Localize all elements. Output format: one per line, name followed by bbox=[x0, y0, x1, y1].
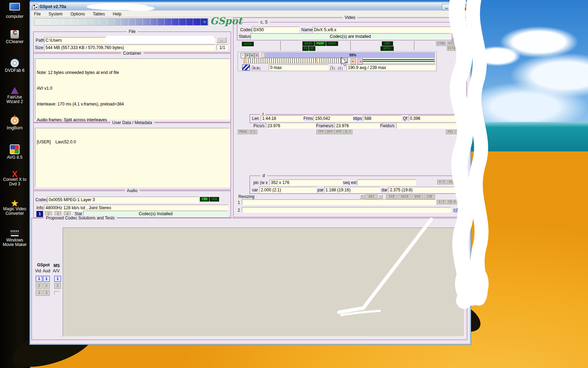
video-status-field: Codec(s) are Installed bbox=[251, 33, 450, 40]
kbps-label: kbps bbox=[353, 116, 362, 121]
menu-file[interactable]: File bbox=[31, 11, 44, 16]
maximize-button[interactable]: ❐ bbox=[451, 4, 460, 10]
resize-row2-field[interactable] bbox=[242, 207, 451, 213]
gspot-vid-test-1[interactable]: 1 bbox=[36, 276, 42, 282]
seqext-field bbox=[357, 179, 416, 185]
menu-system[interactable]: System bbox=[46, 11, 66, 16]
container-line: AVI v1.0 bbox=[37, 86, 228, 91]
dar-label: dar bbox=[382, 188, 387, 192]
resizing-label: Resizing bbox=[238, 194, 254, 199]
pal-badge: PAL bbox=[446, 130, 455, 134]
desktop-icon-label: FairUse Wizard 2 bbox=[1, 95, 28, 104]
vid-label: Vid bbox=[35, 268, 41, 273]
ms-col-label: MS bbox=[54, 263, 60, 268]
userdata-box: [USER] Lavc52.0.0 bbox=[35, 128, 230, 187]
menu-bar: File System Options Tables Help bbox=[31, 11, 470, 17]
title-bar[interactable]: GSpot v2.70a bbox=[31, 3, 470, 11]
container-line: Note: 12 bytes unneeded bytes at end of … bbox=[37, 70, 228, 75]
close-button[interactable]: ✕ bbox=[460, 4, 469, 10]
minimize-button[interactable]: ▁ bbox=[442, 4, 451, 10]
frms-field: 150,042 bbox=[314, 115, 354, 121]
video-status-label: Status bbox=[239, 34, 251, 39]
resize-row1-field[interactable] bbox=[242, 199, 436, 205]
resize-plus-button[interactable]: + bbox=[360, 195, 364, 199]
userdata-group: User Data / Metadata [USER] Lavc52.0.0 bbox=[33, 123, 231, 190]
video-codec-label: Codec bbox=[240, 27, 252, 32]
container-group-title: Container bbox=[121, 51, 143, 56]
disc-icon bbox=[10, 59, 19, 67]
progress-start-segment bbox=[262, 53, 264, 57]
pic-field: 352 x 176 bbox=[270, 179, 342, 185]
frames-field: 23.976 bbox=[335, 123, 380, 129]
computer-icon bbox=[9, 3, 20, 11]
wizard-hat-icon bbox=[11, 87, 19, 94]
video-codec-field: DX50 bbox=[252, 27, 299, 33]
gradient-banner bbox=[34, 18, 208, 26]
burn-disc-icon bbox=[10, 116, 19, 125]
b2-badge: B:2 bbox=[344, 130, 352, 134]
bff-badge: BFF bbox=[326, 130, 334, 134]
desktop-icon-computer[interactable]: computer bbox=[1, 3, 28, 19]
frames-label: Frames/s bbox=[316, 123, 334, 128]
desktop-icon-ccleaner[interactable]: C CCleaner bbox=[1, 30, 28, 44]
gspot-vid-test-2[interactable]: 2 bbox=[36, 283, 42, 289]
colorimetry-badge: S170 bbox=[447, 46, 456, 51]
gspot-window: GSpot v2.70a ▁ ❐ ✕ File System Options T… bbox=[30, 2, 471, 345]
video-cs-group: c, S Codec DX50 Name DivX 5.x/6.x Status… bbox=[237, 22, 453, 40]
dar-field: 2.375 (19:8) bbox=[388, 187, 466, 193]
fields-label: Fields/s bbox=[380, 123, 394, 128]
b-frame-marks: |B|B| bbox=[251, 67, 261, 70]
colorimetry-badge: I470 bbox=[456, 41, 466, 46]
audio-stat-1[interactable]: 1 bbox=[36, 211, 43, 217]
desktop-icon-label: Magic Video Converter bbox=[1, 207, 28, 216]
sar-label: sar bbox=[252, 188, 258, 192]
info-link[interactable]: info bbox=[453, 207, 460, 212]
ms-av-test-2[interactable]: 2 bbox=[54, 283, 61, 289]
desktop-icon-fairuse[interactable]: FairUse Wizard 2 bbox=[1, 87, 28, 104]
gspot-aud-test-3[interactable]: 3 bbox=[43, 290, 50, 296]
qf-badge: QF bbox=[309, 46, 315, 51]
desktop-icon-imgburn[interactable]: ImgBurn bbox=[1, 116, 28, 130]
desktop-icon-magicvideo[interactable]: ★ Magic Video Converter bbox=[1, 201, 28, 216]
container-line: Interleave: 170 ms (4.1 v.frames), prelo… bbox=[37, 102, 228, 107]
mpg4-badge: MPG4 bbox=[453, 30, 466, 35]
vcd-badge: VCD bbox=[386, 195, 397, 199]
sframe-key: S bbox=[254, 53, 259, 58]
i-avg-field: 190.9 avg / 239 max bbox=[346, 64, 435, 70]
gspot-vid-test-3[interactable]: 3 bbox=[36, 290, 42, 296]
file-pager[interactable]: 1/1 bbox=[217, 45, 228, 50]
browse-button[interactable]: ... bbox=[217, 37, 226, 43]
cs-group-title: c, S bbox=[258, 20, 270, 25]
frame-nav-icons[interactable]: ⇠ ⇢ bbox=[351, 57, 363, 64]
audio-group-title: Audio bbox=[125, 188, 140, 193]
desktop-icon-label: computer bbox=[1, 14, 28, 19]
qpel-badge: QPEL bbox=[380, 46, 394, 51]
scan-progress-bar: 99% bbox=[261, 53, 435, 58]
gspot-aud-test-1[interactable]: 1 bbox=[43, 276, 50, 282]
pvop-badge: PVOP bbox=[315, 41, 326, 46]
resize-minus-button[interactable]: - bbox=[378, 195, 383, 199]
b-max-field: 0 max bbox=[269, 64, 329, 70]
menu-tables[interactable]: Tables bbox=[90, 11, 108, 16]
pics-field: 23.976 bbox=[266, 123, 316, 129]
container-info-box: Note: 12 bytes unneeded bytes at end of … bbox=[35, 59, 230, 120]
t-group: t Len 1:44:18 Frms 150,042 kbps 588 Qf 0… bbox=[250, 114, 466, 123]
desktop-icon-avg[interactable]: AVG 8.5 bbox=[1, 144, 28, 160]
xvid-badge: XVID bbox=[242, 42, 254, 46]
frame-back-icon: ⇠ bbox=[351, 59, 356, 64]
h264-badge: H264 bbox=[453, 35, 466, 40]
menu-options[interactable]: Options bbox=[67, 11, 88, 16]
desktop-icon-dvdfab[interactable]: DVDFab 6 bbox=[1, 59, 28, 73]
ms-av-test-1[interactable]: 1 bbox=[54, 276, 61, 282]
path-field[interactable]: C:\Users bbox=[44, 37, 215, 43]
desktop-icon-moviemaker[interactable]: Windows Movie Maker bbox=[1, 230, 28, 247]
gspot-aud-test-2[interactable]: 2 bbox=[43, 283, 50, 289]
desktop-icon-label: CCleaner bbox=[1, 40, 28, 44]
colorimetry-badge: I709 bbox=[436, 41, 446, 46]
menu-help[interactable]: Help bbox=[110, 11, 125, 16]
nvop-badge: NVOP bbox=[302, 41, 314, 46]
iframe-key: I bbox=[241, 53, 245, 58]
format-badge-panel: MPG2 MPG4 H264 bbox=[452, 23, 467, 41]
desktop-icon-convertx[interactable]: X Convert X to Dvd 3 bbox=[1, 172, 28, 186]
par-field: 1.188 (19:16) bbox=[324, 187, 380, 193]
